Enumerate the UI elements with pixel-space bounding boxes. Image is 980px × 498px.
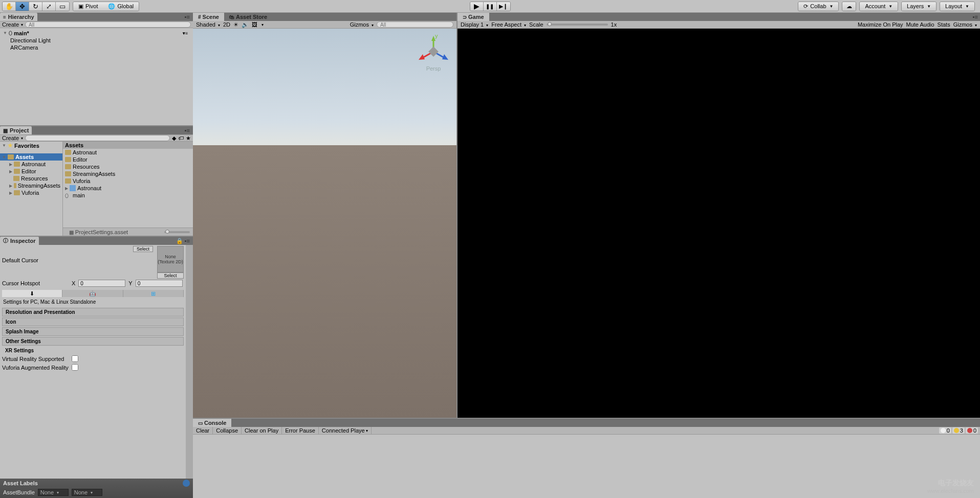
- console-warn-badge[interactable]: 3: [952, 427, 965, 434]
- hierarchy-scene-row[interactable]: ▼⬯main*▾≡: [0, 29, 193, 37]
- scale-tool-button[interactable]: [42, 2, 56, 11]
- select-button-top[interactable]: Select: [133, 246, 153, 252]
- project-tab[interactable]: ▦ Project: [0, 126, 32, 134]
- project-folder-tree[interactable]: ▼★Favorites ▼Assets ▶Astronaut ▶Editor R…: [0, 142, 63, 236]
- assetbundle-variant-dropdown[interactable]: None▾: [72, 489, 102, 496]
- console-body[interactable]: [193, 435, 980, 498]
- hierarchy-menu-button[interactable]: ▪≡: [185, 14, 192, 20]
- stats-toggle[interactable]: Stats: [938, 21, 950, 28]
- scene-view[interactable]: Persp y: [193, 29, 456, 418]
- hierarchy-tree[interactable]: ▼⬯main*▾≡ Directional Light ARCamera: [0, 28, 193, 125]
- game-tab[interactable]: ⊃ Game: [458, 13, 489, 21]
- account-dropdown[interactable]: Account▼: [859, 2, 898, 11]
- project-item-resources-folder[interactable]: Resources: [63, 163, 193, 170]
- vuforia-ar-checkbox[interactable]: [72, 364, 78, 371]
- section-splash[interactable]: Splash Image: [2, 327, 184, 336]
- step-button[interactable]: [497, 2, 510, 11]
- mute-audio-toggle[interactable]: Mute Audio: [906, 21, 934, 28]
- section-icon[interactable]: Icon: [2, 318, 184, 326]
- project-tree-streamingassets[interactable]: ▶StreamingAssets: [0, 182, 62, 189]
- project-item-astronaut-folder[interactable]: Astronaut: [63, 149, 193, 156]
- rotate-tool-button[interactable]: [29, 2, 42, 11]
- game-menu-button[interactable]: ▪≡: [973, 14, 980, 20]
- select-button-texture[interactable]: Select: [157, 273, 184, 279]
- game-view[interactable]: [458, 29, 980, 418]
- fx-toggle-icon[interactable]: [252, 21, 257, 28]
- shading-mode-dropdown[interactable]: Shaded ▾: [196, 21, 220, 28]
- scene-tab[interactable]: # Scene: [193, 13, 224, 21]
- collab-dropdown[interactable]: ⟳ Collab▼: [798, 2, 839, 11]
- hierarchy-create-dropdown[interactable]: Create ▾: [2, 21, 23, 28]
- asset-store-tab[interactable]: 🛍 Asset Store: [224, 13, 272, 21]
- project-create-dropdown[interactable]: Create ▾: [2, 135, 23, 141]
- rect-tool-button[interactable]: [56, 2, 69, 11]
- project-menu-button[interactable]: ▪≡: [185, 127, 192, 133]
- pause-button[interactable]: [484, 2, 497, 11]
- project-tree-resources[interactable]: Resources: [0, 175, 62, 182]
- platform-tab-android[interactable]: 🤖: [62, 290, 123, 297]
- hierarchy-item-directional-light[interactable]: Directional Light: [0, 37, 193, 44]
- project-tree-assets[interactable]: ▼Assets: [0, 153, 62, 161]
- scene-search-input[interactable]: [377, 21, 453, 28]
- playback-group: [470, 2, 511, 11]
- game-scale-slider[interactable]: [547, 24, 608, 26]
- project-content-pane[interactable]: Assets Astronaut Editor Resources Stream…: [63, 142, 193, 236]
- assetbundle-dropdown[interactable]: None▾: [38, 489, 69, 496]
- project-filter3-icon[interactable]: ★: [186, 135, 191, 142]
- hierarchy-item-arcamera[interactable]: ARCamera: [0, 44, 193, 51]
- pivot-button[interactable]: ▣ Pivot: [73, 2, 103, 11]
- global-button[interactable]: 🌐 Global: [103, 2, 139, 11]
- inspector-tab[interactable]: ⓘ Inspector: [0, 237, 39, 245]
- layout-dropdown[interactable]: Layout▼: [940, 2, 975, 11]
- platform-tab-windows[interactable]: ⊞: [123, 290, 184, 297]
- inspector-menu-button[interactable]: 🔒 ▪≡: [176, 238, 192, 244]
- play-button[interactable]: [470, 2, 484, 11]
- inspector-scrollbar[interactable]: [186, 245, 193, 479]
- project-tree-editor[interactable]: ▶Editor: [0, 168, 62, 175]
- layers-dropdown[interactable]: Layers▼: [901, 2, 937, 11]
- game-gizmos-dropdown[interactable]: Gizmos ▾: [953, 21, 977, 28]
- scene-gizmos-dropdown[interactable]: Gizmos ▾: [350, 21, 374, 28]
- project-item-astronaut-prefab[interactable]: ▶Astronaut: [63, 185, 193, 192]
- hierarchy-tab[interactable]: ≡ Hierarchy: [0, 13, 37, 21]
- project-item-editor-folder[interactable]: Editor: [63, 156, 193, 163]
- console-connected-player-dropdown[interactable]: Connected Playe▾: [319, 427, 372, 434]
- project-item-vuforia-folder[interactable]: Vuforia: [63, 177, 193, 185]
- cursor-texture-slot[interactable]: None (Texture 2D): [157, 246, 184, 273]
- project-thumbnail-slider[interactable]: [164, 231, 190, 233]
- project-item-main-scene[interactable]: ⬯main: [63, 192, 193, 199]
- scene-orientation-gizmo[interactable]: Persp y: [416, 34, 451, 75]
- hotspot-x-input[interactable]: [78, 280, 125, 287]
- project-item-streamingassets-folder[interactable]: StreamingAssets: [63, 170, 193, 177]
- label-tag-button[interactable]: [183, 480, 190, 487]
- display-dropdown[interactable]: Display 1 ▾: [461, 21, 488, 28]
- vr-supported-checkbox[interactable]: [72, 355, 78, 362]
- move-tool-button[interactable]: [16, 2, 29, 11]
- aspect-dropdown[interactable]: Free Aspect ▾: [491, 21, 526, 28]
- console-info-badge[interactable]: 0: [939, 427, 951, 434]
- project-tree-vuforia[interactable]: ▶Vuforia: [0, 189, 62, 196]
- platform-tab-standalone[interactable]: ⬇: [2, 290, 62, 297]
- section-other[interactable]: Other Settings: [2, 337, 184, 346]
- section-resolution[interactable]: Resolution and Presentation: [2, 308, 184, 316]
- project-search-input[interactable]: [25, 135, 170, 141]
- console-clear-on-play-toggle[interactable]: Clear on Play: [242, 427, 282, 434]
- hand-tool-button[interactable]: [3, 2, 16, 11]
- lighting-toggle-icon[interactable]: [233, 21, 238, 28]
- console-clear-button[interactable]: Clear: [193, 427, 213, 434]
- maximize-on-play-toggle[interactable]: Maximize On Play: [858, 21, 903, 28]
- project-breadcrumb[interactable]: Assets: [63, 142, 193, 149]
- cloud-button[interactable]: [842, 2, 856, 11]
- hand-icon: [5, 3, 13, 10]
- 2d-toggle[interactable]: 2D: [223, 21, 230, 28]
- console-tab[interactable]: ▭ Console: [193, 419, 231, 427]
- console-error-badge[interactable]: 0: [966, 427, 978, 434]
- hotspot-y-input[interactable]: [136, 280, 183, 287]
- project-filter2-icon[interactable]: 🏷: [178, 135, 184, 141]
- console-collapse-toggle[interactable]: Collapse: [213, 427, 242, 434]
- project-tree-astronaut[interactable]: ▶Astronaut: [0, 161, 62, 168]
- project-filter1-icon[interactable]: ◆: [172, 135, 176, 142]
- audio-toggle-icon[interactable]: [242, 21, 249, 28]
- console-error-pause-toggle[interactable]: Error Pause: [282, 427, 319, 434]
- hierarchy-search-input[interactable]: [25, 21, 191, 28]
